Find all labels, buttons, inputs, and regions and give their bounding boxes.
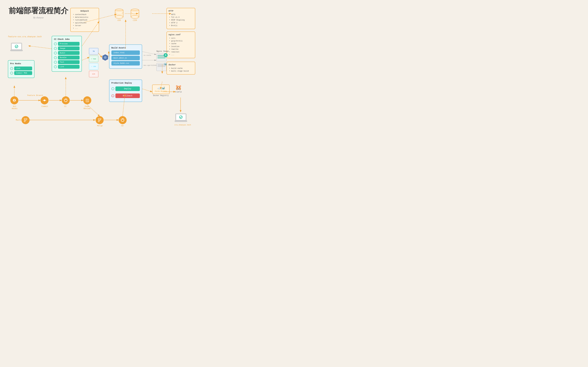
svg-line-46 xyxy=(142,52,156,54)
cd-node xyxy=(119,116,127,124)
webpack-list: contentHash deterministic runtimeChunk s… xyxy=(72,13,97,30)
svg-line-39 xyxy=(82,57,89,60)
index-html-btn: index.html xyxy=(111,50,140,55)
lint-ci-check: ✓ xyxy=(54,65,57,68)
merge-node xyxy=(95,116,104,124)
svg-point-6 xyxy=(131,16,139,18)
svg-point-30 xyxy=(24,118,25,120)
main-title: 前端部署流程简介 xyxy=(9,6,68,16)
feature-branch-label: Feature Branch xyxy=(27,94,43,96)
ts-file-icon: TS xyxy=(89,48,98,54)
preview-check: ✓ xyxy=(54,42,57,45)
docker-list: build cache multi stage build xyxy=(169,67,193,73)
oss-cdn-area: OSS CDN xyxy=(115,8,139,22)
commit-node xyxy=(41,96,49,104)
commit-msg-btn: Commit MSG xyxy=(14,71,32,75)
docker-box: docker build cache multi stage build xyxy=(166,62,195,75)
docker-registry-text: Docker Registry xyxy=(152,95,170,97)
docker-title: docker xyxy=(169,64,193,66)
registry-area: ☁️🐋 Docker Registry Docker Registry xyxy=(152,84,170,97)
prod-deploy-box: Production Deploy ✓ Deploy ✕ Rollback xyxy=(109,80,142,102)
lint-check: ✓ xyxy=(10,67,13,70)
laptop-prod: cra.shanyue.tech xyxy=(174,113,191,126)
svg-rect-23 xyxy=(86,99,89,102)
bundle-btn: Bundle xyxy=(58,56,79,59)
svg-point-32 xyxy=(24,121,25,122)
image-check: ✓ xyxy=(54,47,57,50)
ci-label: CI xyxy=(62,105,68,108)
url-prod-label: cra.shanyue.tech xyxy=(174,124,191,126)
lint-ci-btn: Lint xyxy=(58,65,79,69)
svg-rect-13 xyxy=(10,50,23,51)
test-check: ✓ xyxy=(54,61,57,64)
webpack-box: Webpack contentHash deterministic runtim… xyxy=(70,8,99,32)
svg-text:⬡: ⬡ xyxy=(104,57,106,59)
ci-check-box: CI Check Jobs ✓ Preview ✓ Image ✓ Audit … xyxy=(52,36,82,72)
http-list: HSTS TLS v1.3 OCSP Stapling HTTP 2 Brotl… xyxy=(169,13,193,27)
pre-hooks-title: Pre Hooks xyxy=(10,63,32,65)
oss-icon: OSS xyxy=(115,8,123,22)
test-btn: Test xyxy=(58,60,79,64)
cd-label: CD xyxy=(120,125,125,127)
deploy-check: ✓ xyxy=(111,87,114,90)
rollback-x: ✕ xyxy=(111,94,114,97)
commit-msg-row: ✓ Commit MSG xyxy=(10,71,32,75)
svg-point-31 xyxy=(26,118,27,120)
nginx-image-label: Nginx Image xyxy=(156,50,169,52)
svg-line-40 xyxy=(98,53,102,57)
svg-line-53 xyxy=(142,89,152,92)
ci-check-title: CI Check Jobs xyxy=(54,38,79,41)
nginx-conf-list: cors gzip/brotli cache location rewrite … xyxy=(169,37,193,56)
url-feature-label: feature-xxx.cra.shanyue.tech xyxy=(8,35,42,38)
image-btn: Image xyxy=(58,46,79,50)
git-hooks-label: Git Hooks xyxy=(10,105,19,110)
file-icons-area: TS ▽ Vue ⚛ JSX </> xyxy=(89,48,98,77)
main-js-btn: main.a8cd.js xyxy=(111,56,140,60)
svg-rect-12 xyxy=(12,44,21,49)
svg-point-27 xyxy=(98,118,99,120)
registry-label: Docker Registry xyxy=(155,90,167,92)
style-css-btn: style.8a9d.css xyxy=(111,61,140,66)
audit-check: ✓ xyxy=(54,52,57,54)
docker-file: 🐳 xyxy=(156,63,166,71)
traefik-label: 🐹 træfik xyxy=(175,84,182,93)
html-file-icon: </> xyxy=(89,71,98,77)
build-assets-title: Build Assets xyxy=(111,47,140,49)
http-box: HTTP HSTS TLS v1.3 OCSP Stapling HTTP 2 … xyxy=(166,8,195,29)
react-file-icon: ⚛ JSX xyxy=(89,63,98,70)
master-branch-node xyxy=(22,116,30,124)
prod-deploy-title: Production Deploy xyxy=(111,82,140,84)
vue-file-icon: ▽ Vue xyxy=(89,56,98,62)
nginx-file-1: N xyxy=(156,53,166,61)
merge-label: Merge xyxy=(95,125,104,127)
svg-point-28 xyxy=(100,118,101,120)
nginx-image-area: Nginx Image N 🐳 xyxy=(156,50,169,72)
cdn-icon: CDN xyxy=(131,8,139,22)
svg-line-48 xyxy=(29,46,52,49)
nginx-conf-title: nginx.conf xyxy=(169,33,193,36)
bundle-check: ✓ xyxy=(54,56,57,59)
code-review-node xyxy=(83,96,91,104)
laptop-preview xyxy=(10,42,23,53)
svg-point-2 xyxy=(115,16,123,18)
preview-btn: Preview xyxy=(58,42,79,46)
http-title: HTTP xyxy=(169,10,193,12)
svg-rect-16 xyxy=(176,114,186,120)
lint-btn: Lint xyxy=(14,67,32,70)
code-review-label: Code Review xyxy=(81,105,93,110)
webpack-title: Webpack xyxy=(72,10,97,12)
nginx-conf-box: nginx.conf cors gzip/brotli cache locati… xyxy=(166,32,195,58)
title-area: 前端部署流程简介 By shanyue xyxy=(9,6,68,19)
pre-hooks-box: Pre Hooks ✓ Lint ✓ Commit MSG xyxy=(8,60,35,78)
subtitle: By shanyue xyxy=(9,16,68,19)
traefik-area: 🐹 træfik xyxy=(175,84,182,93)
hex-webpack-node: ⬡ xyxy=(102,54,109,61)
commit-msg-check: ✓ xyxy=(10,72,13,75)
rollback-btn[interactable]: Rollback xyxy=(115,93,140,98)
deploy-btn[interactable]: Deploy xyxy=(115,86,140,91)
ci-node xyxy=(62,96,70,104)
git-hooks-node xyxy=(10,96,18,104)
svg-rect-17 xyxy=(175,121,187,122)
no-cache-label: no-cache xyxy=(144,54,151,56)
build-assets-box: Build Assets index.html main.a8cd.js sty… xyxy=(109,44,142,69)
